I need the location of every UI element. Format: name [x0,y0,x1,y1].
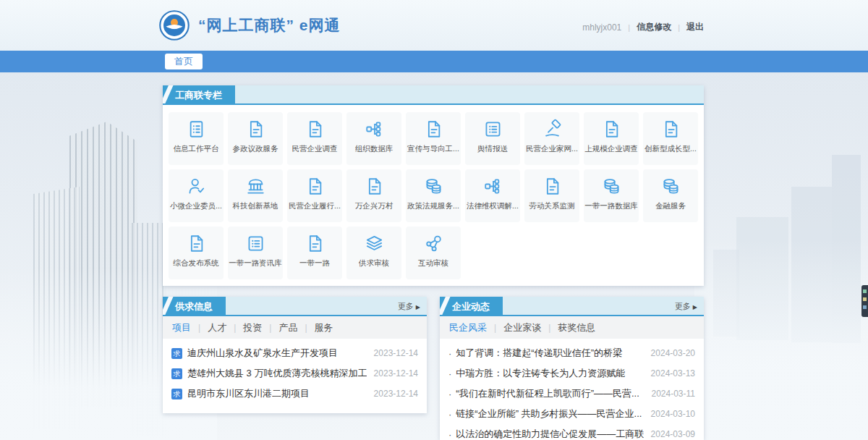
app-label: 法律维权调解... [465,201,520,211]
fog-overlay-right [694,239,868,440]
app-宣传与导向工作[interactable]: 宣传与导向工... [406,112,461,165]
list-icon [482,119,503,140]
federation-column-panel: 工商联专栏 信息工作平台 参政议政服务 民营企业调查 组织数据库 宣传与导向工.… [163,85,704,286]
side-float-widget[interactable] [861,285,868,317]
site-title: “网上工商联” e网通 [198,15,341,35]
separator: | [198,323,200,333]
app-小微企业委员[interactable]: 小微企业委员... [169,169,224,222]
app-科技创新基地[interactable]: 科技创新基地 [228,169,283,222]
tab-investment[interactable]: 投资 [243,321,262,334]
panel-header: 供求信息 更多▶ [163,297,427,316]
app-label: 一带一路资讯库 [228,258,283,268]
main-nav: 首页 [0,51,868,72]
widget-dots-icon [863,289,867,293]
person-check-icon [186,176,207,197]
list-document-icon [186,119,207,140]
item-title: 中瑞方胜：以专注铸专长为人力资源赋能 [456,367,643,380]
item-title: 以法治的确定性助力提信心促发展——工商联... [456,428,643,440]
edit-info-link[interactable]: 信息修改 [637,21,671,33]
news-list-item[interactable]: · 知了背调：搭建起“传递职业信任”的桥梁 2024-03-20 [448,343,695,363]
page: “网上工商联” e网通 mhlyjx001 | 信息修改 | 退出 首页 工商联… [0,0,868,440]
news-list-item[interactable]: · 链接“企业所能” 共助乡村振兴——民营企业... 2024-03-10 [448,404,695,424]
app-label: 组织数据库 [346,144,401,154]
item-title: 知了背调：搭建起“传递职业信任”的桥梁 [456,347,643,360]
tab-product[interactable]: 产品 [278,321,297,334]
item-date: 2024-03-10 [651,409,695,419]
supply-list-item[interactable]: 求 迪庆州山泉水及矿泉水生产开发项目 2023-12-14 [171,343,418,363]
org-chart-icon [364,119,385,140]
news-list-item[interactable]: · 以法治的确定性助力提信心促发展——工商联... 2024-03-09 [448,424,695,440]
app-政策法规服务[interactable]: 政策法规服务... [406,169,461,222]
app-创新型成长型[interactable]: 创新型成长型... [643,112,698,165]
more-arrow-icon: ▶ [416,304,420,310]
tab-enterprise-style[interactable]: 民企风采 [449,321,487,334]
bullet: · [448,368,451,379]
gavel-icon [542,119,563,140]
tab-service[interactable]: 服务 [315,321,333,334]
app-上规模企业调查[interactable]: 上规模企业调查 [584,112,639,165]
tab-talent[interactable]: 人才 [208,321,226,334]
app-信息工作平台[interactable]: 信息工作平台 [169,112,224,165]
supply-list-item[interactable]: 求 昆明市东川区东川港二期项目 2023-12-14 [171,384,418,404]
separator: | [628,23,630,32]
app-一带一路数据库[interactable]: 一带一路数据库 [584,169,639,222]
app-民营企业家网[interactable]: 民营企业家网... [524,112,579,165]
user-area: mhlyjx001 | 信息修改 | 退出 [582,21,704,33]
tab-project[interactable]: 项目 [172,321,191,334]
item-title: 链接“企业所能” 共助乡村振兴——民营企业... [456,407,643,420]
more-link[interactable]: 更多▶ [398,297,420,316]
app-label: 科技创新基地 [228,201,283,211]
file-icon [423,119,444,140]
app-label: 万企兴万村 [346,201,401,211]
enterprise-news-panel: 企业动态 更多▶ 民企风采 | 企业家谈 | 获奖信息 · 知了背调：搭建起“传… [440,297,704,440]
app-供求审核[interactable]: 供求审核 [346,227,401,279]
item-title: 昆明市东川区东川港二期项目 [187,387,367,400]
app-劳动关系监测[interactable]: 劳动关系监测 [524,169,579,222]
separator: | [234,323,236,333]
app-label: 民营企业家网... [524,144,579,154]
logout-link[interactable]: 退出 [686,21,704,33]
app-label: 金融服务 [643,201,698,211]
app-民营企业履行[interactable]: 民营企业履行... [287,169,342,222]
app-舆情报送[interactable]: 舆情报送 [465,112,520,165]
bullet: · [448,389,451,399]
database-icon [660,176,681,197]
demand-badge: 求 [171,348,182,359]
app-互动审核[interactable]: 互动审核 [406,227,461,279]
panel-header: 工商联专栏 [163,85,704,105]
news-list-item[interactable]: · 中瑞方胜：以专注铸专长为人力资源赋能 2024-03-13 [448,363,695,384]
separator: | [269,323,271,333]
separator: | [548,323,550,333]
app-参政议政服务[interactable]: 参政议政服务 [228,112,283,165]
supply-tabs: 项目 | 人才 | 投资 | 产品 | 服务 [163,316,427,339]
app-label: 劳动关系监测 [524,201,579,211]
file-icon [660,119,681,140]
demand-badge: 求 [171,389,182,399]
item-date: 2023-12-14 [374,348,418,358]
app-金融服务[interactable]: 金融服务 [643,169,698,222]
app-法律维权调解[interactable]: 法律维权调解... [465,169,520,222]
app-一带一路资讯库[interactable]: 一带一路资讯库 [228,227,283,279]
app-一带一路[interactable]: 一带一路 [287,227,342,279]
app-label: 信息工作平台 [169,144,224,154]
supply-list-item[interactable]: 求 楚雄州大姚县 3 万吨优质薄壳核桃精深加工及科... 2023-12-14 [171,363,418,384]
separator: | [678,23,680,32]
demand-badge: 求 [171,368,182,379]
news-list-item[interactable]: · “我们在新时代新征程上凯歌而行”——民营... 2024-03-11 [448,384,695,404]
app-组织数据库[interactable]: 组织数据库 [346,112,401,165]
file-icon [601,119,622,140]
tab-entrepreneur-talk[interactable]: 企业家谈 [503,321,541,334]
more-link[interactable]: 更多▶ [675,297,697,316]
app-万企兴万村[interactable]: 万企兴万村 [346,169,401,222]
file-icon [305,233,326,254]
app-民营企业调查[interactable]: 民营企业调查 [287,112,342,165]
tab-award-info[interactable]: 获奖信息 [558,321,595,334]
nav-home-button[interactable]: 首页 [165,54,203,69]
item-title: “我们在新时代新征程上凯歌而行”——民营... [456,387,644,400]
news-tabs: 民企风采 | 企业家谈 | 获奖信息 [440,316,704,339]
app-label: 小微企业委员... [169,201,224,211]
federation-emblem-icon [159,10,190,41]
app-综合发布系统[interactable]: 综合发布系统 [169,227,224,279]
file-icon [186,233,207,254]
item-date: 2024-03-13 [651,368,695,378]
